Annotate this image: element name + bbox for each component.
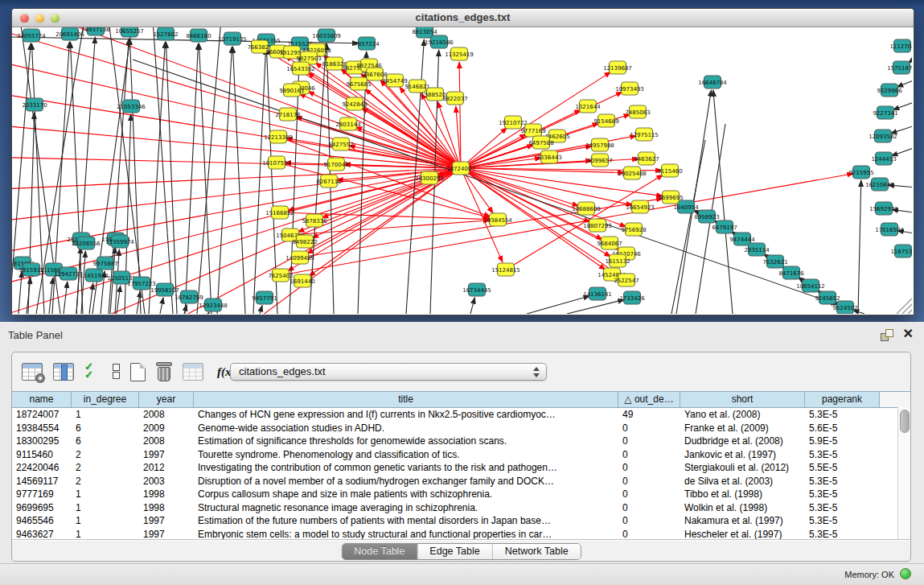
cell-year: 1997 (139, 448, 194, 462)
graph-node[interactable]: 2803144 (335, 117, 361, 130)
graph-node[interactable]: 10025488 (618, 167, 647, 179)
graph-node[interactable]: 12139687 (603, 61, 632, 74)
graph-node[interactable]: 10654112 (796, 279, 825, 292)
graph-node[interactable]: 1733426 (619, 291, 645, 304)
graph-node[interactable]: 1244413 (871, 152, 896, 165)
graph-node[interactable]: 6479197 (712, 220, 737, 233)
graph-node[interactable]: 1112704 (889, 39, 912, 52)
table-row[interactable]: 969969511998Structural magnetic resonanc… (12, 501, 910, 515)
graph-node[interactable]: 26937138 (81, 27, 110, 35)
table-row[interactable]: 946554611997Estimation of the future num… (12, 514, 910, 528)
graph-node[interactable]: 9227341 (873, 106, 897, 119)
graph-node[interactable]: 7857224 (354, 37, 380, 50)
table-settings-icon[interactable] (22, 363, 43, 381)
svg-text:1640954: 1640954 (673, 204, 699, 211)
graph-node[interactable]: 10655257 (115, 27, 144, 37)
column-checklist-icon[interactable] (84, 363, 102, 381)
graph-node[interactable]: 16033809 (312, 29, 341, 42)
new-file-icon[interactable] (130, 363, 146, 381)
close-window-button[interactable] (20, 14, 29, 23)
graph-node[interactable]: 9242848 (342, 97, 367, 110)
table-row[interactable]: 911546021997Tourette syndrome. Phenomeno… (12, 448, 910, 462)
graph-node[interactable]: 10107554 (262, 156, 291, 169)
graph-node[interactable]: 9115460 (657, 164, 682, 177)
memory-ok-indicator[interactable] (900, 568, 911, 579)
select-column-icon[interactable] (53, 363, 74, 381)
graph-node[interactable]: 1167531 (890, 245, 912, 257)
cell-title: Tourette syndrome. Phenomenology and cla… (194, 448, 618, 462)
graph-node[interactable]: 9215955 (848, 166, 873, 179)
tab-edge-table[interactable]: Edge Table (417, 544, 492, 559)
column-header-short[interactable]: short (680, 392, 805, 407)
graph-edge (897, 76, 912, 87)
graph-node[interactable]: 16734445 (462, 283, 491, 296)
graph-node[interactable]: 16654923 (626, 200, 655, 213)
graph-node[interactable]: 9170048 (323, 158, 348, 171)
svg-text:9684067: 9684067 (597, 241, 622, 247)
graph-node[interactable]: 8427552 (328, 138, 353, 150)
column-header-pagerank[interactable]: pagerank (805, 392, 880, 407)
graph-node[interactable]: 1527602 (153, 27, 178, 40)
cell-pagerank: 5.3E-5 (805, 488, 880, 501)
column-header-year[interactable]: year (139, 392, 194, 407)
zoom-window-button[interactable] (51, 14, 60, 23)
graph-node[interactable]: 15166852 (265, 206, 294, 219)
table-row[interactable]: 1872400712008Changes of HCN gene express… (12, 408, 910, 422)
cell-out_degree: 0 (618, 475, 680, 488)
graph-node[interactable]: 7632621 (762, 255, 787, 268)
graph-node[interactable]: 12975115 (630, 128, 659, 141)
graph-node[interactable]: 16648784 (698, 76, 727, 89)
column-header-out_degree[interactable]: △ out_de… (618, 392, 680, 407)
svg-text:18724007: 18724007 (446, 166, 475, 172)
scrollbar-thumb[interactable] (900, 410, 910, 433)
cell-title: Estimation of the future numbers of pati… (194, 514, 618, 528)
graph-node[interactable]: 9457791 (252, 291, 277, 304)
graph-node[interactable]: 9463627 (634, 152, 659, 165)
delete-table-icon[interactable] (183, 363, 203, 381)
cell-title: Genome-wide association studies in ADHD. (194, 422, 618, 435)
minimize-window-button[interactable] (35, 14, 44, 23)
graph-edge (260, 306, 262, 314)
graph-node[interactable]: 12093582 (869, 130, 897, 142)
graph-edge (133, 60, 838, 305)
graph-node[interactable]: 12213380 (264, 130, 293, 143)
graph-node[interactable]: 11325419 (445, 47, 474, 60)
graph-node[interactable]: 15751874 (887, 61, 912, 74)
graph-node[interactable]: 9756928 (621, 223, 646, 236)
graph-node[interactable]: 10719135 (218, 32, 247, 45)
table-row[interactable]: 1830029562008Estimation of significance … (12, 435, 910, 448)
graph-node[interactable]: 14136141 (583, 287, 612, 300)
graph-node[interactable]: 16210643 (865, 178, 894, 191)
table-scrollbar[interactable] (897, 407, 910, 540)
network-canvas[interactable]: 2405572420691406269371381065525715276028… (12, 27, 912, 314)
close-panel-icon[interactable]: ✕ (903, 326, 914, 342)
table-row[interactable]: 977716911998Corpus callosum shape and si… (12, 488, 910, 501)
graph-node[interactable]: 7485063 (625, 105, 650, 118)
delete-icon[interactable] (156, 362, 172, 381)
cell-short: Jankovic et al. (1997) (680, 448, 805, 462)
graph-node[interactable]: 15124815 (491, 263, 520, 276)
column-header-name[interactable]: name (12, 392, 72, 407)
table-row[interactable]: 1456911722003Disruption of a novel membe… (12, 475, 910, 488)
graph-node[interactable]: 9154689 (593, 114, 618, 127)
table-row[interactable]: 1938455462009Genome-wide association stu… (12, 422, 910, 435)
table-select-dropdown[interactable]: citations_edges.txt (230, 363, 547, 381)
window-titlebar[interactable]: citations_edges.txt (12, 9, 914, 27)
graph-node[interactable]: 19384554 (483, 213, 512, 226)
tab-network-table[interactable]: Network Table (493, 544, 581, 559)
graph-node[interactable]: 14099489 (285, 251, 314, 264)
graph-node[interactable]: 15692971 (869, 202, 898, 215)
column-header-title[interactable]: title (194, 392, 618, 407)
rows-icon[interactable] (113, 364, 120, 380)
cell-year: 2008 (139, 408, 194, 422)
column-header-in_degree[interactable]: in_degree (72, 392, 139, 407)
graph-node[interactable]: 9329966 (877, 84, 902, 97)
graph-node[interactable]: 8099657 (587, 154, 612, 167)
tab-node-table[interactable]: Node Table (342, 544, 417, 559)
table-row[interactable]: 2242004622012Investigating the contribut… (12, 461, 910, 475)
graph-node[interactable]: 17016504 (875, 223, 904, 236)
float-panel-icon[interactable] (881, 329, 893, 341)
graph-node[interactable]: 2336443 (536, 150, 561, 163)
graph-node[interactable]: 8267110 (316, 175, 341, 187)
graph-node[interactable]: 8471676 (778, 266, 804, 279)
